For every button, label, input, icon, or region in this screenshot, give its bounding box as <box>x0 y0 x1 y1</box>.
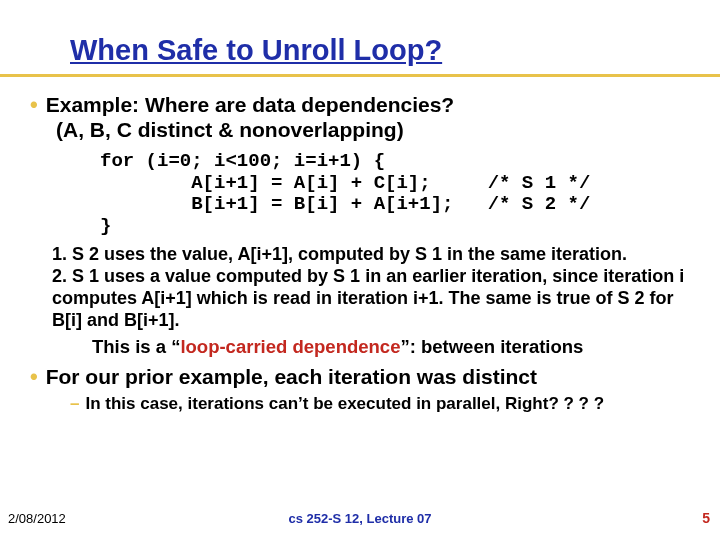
sub-bullet-text: In this case, iterations can’t be execut… <box>85 394 604 413</box>
bullet-dot-icon: • <box>30 364 38 389</box>
body: •Example: Where are data dependencies? (… <box>30 92 692 414</box>
bullet-prior: •For our prior example, each iteration w… <box>30 364 692 390</box>
bullet-example-line1: Example: Where are data dependencies? <box>46 93 454 116</box>
dash-icon: – <box>70 394 79 413</box>
title-block: When Safe to Unroll Loop? <box>70 34 680 69</box>
code-block: for (i=0; i<100; i=i+1) { A[i+1] = A[i] … <box>100 151 692 238</box>
bullet-dot-icon: • <box>30 92 38 117</box>
bullet-example: •Example: Where are data dependencies? (… <box>30 92 692 143</box>
footer-page-number: 5 <box>702 510 710 526</box>
slide-title: When Safe to Unroll Loop? <box>70 34 442 69</box>
loopdep-post: ”: between iterations <box>400 336 583 357</box>
bullet-example-line2: (A, B, C distinct & nonoverlapping) <box>56 118 404 141</box>
slide: When Safe to Unroll Loop? •Example: Wher… <box>0 0 720 540</box>
loop-carried-line: This is a “loop-carried dependence”: bet… <box>92 336 692 358</box>
point-1: 1. S 2 uses the value, A[i+1], computed … <box>52 244 688 266</box>
loopdep-term: loop-carried dependence <box>180 336 400 357</box>
footer-center: cs 252-S 12, Lecture 07 <box>0 511 720 526</box>
bullet-prior-text: For our prior example, each iteration wa… <box>46 365 537 388</box>
sub-bullet: –In this case, iterations can’t be execu… <box>70 394 692 414</box>
loopdep-pre: This is a “ <box>92 336 180 357</box>
title-rule <box>0 74 720 77</box>
point-2: 2. S 1 uses a value computed by S 1 in a… <box>52 266 688 332</box>
